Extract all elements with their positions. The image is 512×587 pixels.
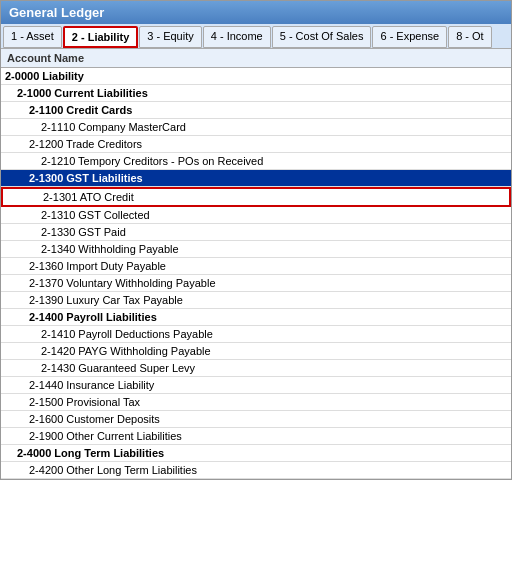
- account-code: 2-1200: [29, 138, 66, 150]
- account-name: Other Long Term Liabilities: [66, 464, 197, 476]
- account-code: 2-1340: [41, 243, 78, 255]
- account-name: ATO Credit: [80, 191, 134, 203]
- ledger-row[interactable]: 2-1370 Voluntary Withholding Payable: [1, 275, 511, 292]
- account-name: Payroll Liabilities: [66, 311, 156, 323]
- account-name: Current Liabilities: [54, 87, 148, 99]
- tab-8---ot[interactable]: 8 - Ot: [448, 26, 492, 48]
- ledger-row[interactable]: 2-1410 Payroll Deductions Payable: [1, 326, 511, 343]
- account-cell: 2-1500 Provisional Tax: [1, 395, 146, 409]
- account-name: Tempory Creditors - POs on Received: [78, 155, 263, 167]
- account-cell: 2-1210 Tempory Creditors - POs on Receiv…: [1, 154, 269, 168]
- account-code: 2-1000: [17, 87, 54, 99]
- account-code: 2-4000: [17, 447, 54, 459]
- ledger-row[interactable]: 2-1330 GST Paid: [1, 224, 511, 241]
- account-cell: 2-1340 Withholding Payable: [1, 242, 185, 256]
- ledger-row[interactable]: 2-1390 Luxury Car Tax Payable: [1, 292, 511, 309]
- ledger-row[interactable]: 2-1100 Credit Cards: [1, 102, 511, 119]
- account-name: GST Liabilities: [66, 172, 142, 184]
- window-title: General Ledger: [9, 5, 104, 20]
- account-code: 2-1400: [29, 311, 66, 323]
- account-name: Company MasterCard: [78, 121, 186, 133]
- tabs-bar: 1 - Asset2 - Liability3 - Equity4 - Inco…: [1, 24, 511, 49]
- account-name: GST Collected: [78, 209, 149, 221]
- account-code: 2-1110: [41, 121, 78, 133]
- account-code: 2-1600: [29, 413, 66, 425]
- account-cell: 2-1370 Voluntary Withholding Payable: [1, 276, 222, 290]
- ledger-row[interactable]: 2-4000 Long Term Liabilities: [1, 445, 511, 462]
- column-header: Account Name: [1, 49, 511, 68]
- account-code: 2-1301: [43, 191, 80, 203]
- account-name: Luxury Car Tax Payable: [66, 294, 183, 306]
- ledger-row[interactable]: 2-1900 Other Current Liabilities: [1, 428, 511, 445]
- ledger-content: 2-0000 Liability2-1000 Current Liabiliti…: [1, 68, 511, 479]
- account-code: 2-1100: [29, 104, 66, 116]
- account-code: 2-1390: [29, 294, 66, 306]
- account-cell: 2-1360 Import Duty Payable: [1, 259, 172, 273]
- ledger-row[interactable]: 2-1600 Customer Deposits: [1, 411, 511, 428]
- ledger-row[interactable]: 2-0000 Liability: [1, 68, 511, 85]
- account-code: 2-1420: [41, 345, 78, 357]
- account-cell: 2-1420 PAYG Withholding Payable: [1, 344, 217, 358]
- ledger-row[interactable]: 2-1000 Current Liabilities: [1, 85, 511, 102]
- account-name: Credit Cards: [66, 104, 132, 116]
- ledger-row[interactable]: 2-1500 Provisional Tax: [1, 394, 511, 411]
- ledger-row[interactable]: 2-1110 Company MasterCard: [1, 119, 511, 136]
- account-cell: 2-1410 Payroll Deductions Payable: [1, 327, 219, 341]
- account-code: 2-4200: [29, 464, 66, 476]
- account-cell: 2-1310 GST Collected: [1, 208, 156, 222]
- account-name: Withholding Payable: [78, 243, 178, 255]
- ledger-row[interactable]: 2-1430 Guaranteed Super Levy: [1, 360, 511, 377]
- ledger-row[interactable]: 2-1400 Payroll Liabilities: [1, 309, 511, 326]
- ledger-row[interactable]: 2-1440 Insurance Liability: [1, 377, 511, 394]
- tab-2---liability[interactable]: 2 - Liability: [63, 26, 138, 48]
- account-name: GST Paid: [78, 226, 126, 238]
- account-code: 2-1330: [41, 226, 78, 238]
- account-cell: 2-1390 Luxury Car Tax Payable: [1, 293, 189, 307]
- account-cell: 2-1110 Company MasterCard: [1, 120, 192, 134]
- ledger-row[interactable]: 2-1310 GST Collected: [1, 207, 511, 224]
- tab-6---expense[interactable]: 6 - Expense: [372, 26, 447, 48]
- account-cell: 2-1400 Payroll Liabilities: [1, 310, 163, 324]
- ledger-row[interactable]: 2-1200 Trade Creditors: [1, 136, 511, 153]
- account-code: 2-1310: [41, 209, 78, 221]
- account-code: 2-1300: [29, 172, 66, 184]
- tab-3---equity[interactable]: 3 - Equity: [139, 26, 201, 48]
- account-cell: 2-0000 Liability: [1, 69, 90, 83]
- account-cell: 2-1300 GST Liabilities: [1, 171, 149, 185]
- account-cell: 2-1200 Trade Creditors: [1, 137, 148, 151]
- account-name: Payroll Deductions Payable: [78, 328, 213, 340]
- account-name: Other Current Liabilities: [66, 430, 182, 442]
- account-name: Liability: [42, 70, 84, 82]
- account-code: 2-1900: [29, 430, 66, 442]
- account-name: Import Duty Payable: [66, 260, 166, 272]
- account-cell: 2-1600 Customer Deposits: [1, 412, 166, 426]
- tab-5---cost-of-sales[interactable]: 5 - Cost Of Sales: [272, 26, 372, 48]
- account-code: 2-1360: [29, 260, 66, 272]
- account-cell: 2-1301 ATO Credit: [3, 190, 140, 204]
- ledger-row[interactable]: 2-1300 GST Liabilities: [1, 170, 511, 187]
- ledger-row[interactable]: 2-1360 Import Duty Payable: [1, 258, 511, 275]
- account-code: 2-1500: [29, 396, 66, 408]
- account-code: 2-1210: [41, 155, 78, 167]
- ledger-row[interactable]: 2-1210 Tempory Creditors - POs on Receiv…: [1, 153, 511, 170]
- tab-1---asset[interactable]: 1 - Asset: [3, 26, 62, 48]
- ledger-row[interactable]: 2-4200 Other Long Term Liabilities: [1, 462, 511, 479]
- ledger-row[interactable]: 2-1340 Withholding Payable: [1, 241, 511, 258]
- account-name: Provisional Tax: [66, 396, 140, 408]
- account-cell: 2-1100 Credit Cards: [1, 103, 138, 117]
- tab-4---income[interactable]: 4 - Income: [203, 26, 271, 48]
- account-name: Customer Deposits: [66, 413, 160, 425]
- ledger-row[interactable]: 2-1301 ATO Credit: [1, 187, 511, 207]
- account-name: Insurance Liability: [66, 379, 154, 391]
- title-bar: General Ledger: [1, 1, 511, 24]
- account-code: 2-1370: [29, 277, 66, 289]
- account-name: Trade Creditors: [66, 138, 142, 150]
- general-ledger-window: General Ledger 1 - Asset2 - Liability3 -…: [0, 0, 512, 480]
- account-code: 2-1430: [41, 362, 78, 374]
- account-cell: 2-4200 Other Long Term Liabilities: [1, 463, 203, 477]
- account-cell: 2-1430 Guaranteed Super Levy: [1, 361, 201, 375]
- account-name: Long Term Liabilities: [54, 447, 164, 459]
- account-cell: 2-1330 GST Paid: [1, 225, 132, 239]
- ledger-row[interactable]: 2-1420 PAYG Withholding Payable: [1, 343, 511, 360]
- account-code: 2-1440: [29, 379, 66, 391]
